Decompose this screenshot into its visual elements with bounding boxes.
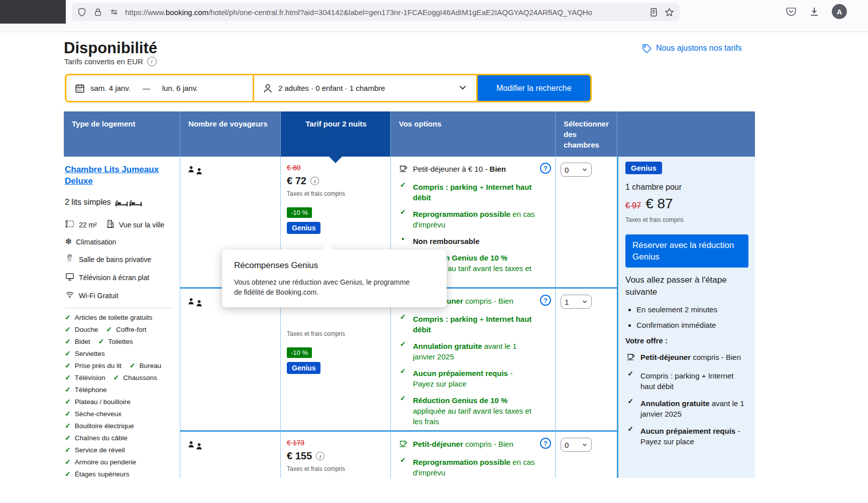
feature-item: Wi-Fi Gratuit bbox=[65, 290, 119, 301]
check-icon: ✓ bbox=[114, 374, 120, 381]
option-item: •Non remboursable bbox=[398, 236, 535, 246]
old-total-price: € 97 bbox=[625, 201, 641, 210]
option-text-part: + bbox=[477, 183, 486, 191]
option-text-part: Non remboursable bbox=[413, 237, 480, 245]
breakfast-cup-icon bbox=[398, 439, 408, 451]
option-text-part: + bbox=[477, 315, 486, 323]
option-text-part: Compris : parking bbox=[413, 183, 477, 191]
total-price: € 97 € 87 bbox=[625, 196, 747, 212]
info-icon[interactable]: i bbox=[147, 57, 157, 66]
person-icon bbox=[262, 83, 273, 94]
room-features: 22 m²Vue sur la ville❄ClimatisationSalle… bbox=[65, 219, 173, 301]
option-text-part: Aucun prépaiement requis bbox=[413, 369, 508, 378]
bookmark-star-icon[interactable] bbox=[664, 7, 675, 18]
current-price: € 155 i bbox=[287, 450, 385, 462]
check-icon: ✓ bbox=[400, 314, 406, 335]
rooms-quantity-value: 0 bbox=[565, 166, 569, 174]
check-icon: ✓ bbox=[65, 423, 71, 429]
check-icon: ✓ bbox=[65, 374, 71, 381]
options-cell: Petit-déjeuner compris - Bien✓Compris : … bbox=[390, 287, 555, 430]
check-icon: ✓ bbox=[65, 338, 71, 345]
feature-label: 22 m² bbox=[79, 221, 97, 229]
download-icon[interactable] bbox=[809, 6, 820, 17]
options-list: Petit-déjeuner compris - Bien✓Compris : … bbox=[398, 296, 535, 427]
option-text-part: Petit-déjeuner bbox=[640, 353, 691, 361]
option-text-part: Aucun prépaiement requis bbox=[640, 427, 735, 435]
check-icon: ✓ bbox=[65, 399, 71, 405]
adjust-rates-label: Nous ajustons nos tarifs bbox=[656, 44, 742, 53]
check-icon: ✓ bbox=[130, 362, 136, 369]
price-info-icon[interactable]: i bbox=[310, 177, 319, 185]
reader-mode-icon[interactable] bbox=[648, 7, 659, 18]
benefit-bullet: Confirmation immédiate bbox=[636, 321, 747, 329]
room-amenities: ✓Articles de toilette gratuits✓Douche✓Co… bbox=[65, 314, 173, 478]
room-name-link[interactable]: Chambre Lits Jumeaux Deluxe bbox=[65, 164, 173, 187]
option-text: Réduction Genius de 10 % appliquée au ta… bbox=[413, 395, 535, 427]
reserve-bullets: En seulement 2 minutesConfirmation imméd… bbox=[636, 305, 747, 329]
bullet-icon: • bbox=[402, 236, 404, 246]
price-cell: Taxes et frais compris -10 % Genius bbox=[280, 287, 390, 430]
option-item: ✓Compris : parking + Internet haut débit bbox=[398, 182, 535, 203]
amenity-item: ✓Prise près du lit bbox=[65, 362, 122, 369]
account-avatar[interactable]: A bbox=[832, 4, 847, 19]
url-fade bbox=[590, 3, 645, 21]
amenity-item: ✓Serviettes bbox=[65, 350, 105, 357]
header-price: Tarif pour 2 nuits bbox=[280, 111, 390, 157]
feature-item: 22 m² bbox=[65, 219, 97, 230]
breakfast-cup-icon bbox=[626, 352, 635, 364]
amenity-row: ✓Serviettes bbox=[65, 350, 173, 357]
divider bbox=[65, 308, 173, 308]
search-bar: sam. 4 janv. — lun. 6 janv. 2 adultes · … bbox=[65, 74, 592, 102]
option-item: ✓Compris : parking + Internet haut débit bbox=[625, 370, 747, 392]
amenity-label: Articles de toilette gratuits bbox=[75, 314, 153, 321]
help-icon[interactable]: ? bbox=[540, 438, 551, 449]
help-icon[interactable]: ? bbox=[540, 163, 551, 174]
date-range-field[interactable]: sam. 4 janv. — lun. 6 janv. bbox=[66, 75, 253, 101]
check-icon: ✓ bbox=[400, 368, 406, 389]
rooms-quantity-select[interactable]: 0 bbox=[561, 163, 592, 177]
shield-icon[interactable] bbox=[77, 7, 87, 17]
lock-icon[interactable] bbox=[93, 7, 103, 17]
bed-configuration: 2 lits simples bbox=[65, 197, 173, 208]
feature-row: Salle de bains privative bbox=[65, 254, 173, 265]
option-text-part: compris - Bien bbox=[463, 440, 513, 448]
window-controls-area bbox=[0, 0, 66, 24]
amenity-row: ✓Étages supérieurs bbox=[65, 471, 173, 478]
checkout-date: lun. 6 janv. bbox=[162, 84, 198, 92]
amenity-row: ✓Bouilloire électrique bbox=[65, 423, 173, 430]
option-text-part: Annulation gratuite bbox=[413, 342, 482, 350]
help-icon[interactable]: ? bbox=[540, 295, 551, 306]
amenity-label: Toilettes bbox=[108, 338, 133, 345]
currency-note: Tarifs convertis en EUR i bbox=[64, 57, 157, 66]
amenity-label: Étages supérieurs bbox=[75, 471, 130, 478]
rooms-quantity-select[interactable]: 0 bbox=[561, 438, 592, 452]
check-icon: ✓ bbox=[400, 457, 406, 478]
modify-search-button[interactable]: Modifier la recherche bbox=[478, 75, 590, 101]
header-select-rooms: Sélectionner des chambres bbox=[555, 111, 617, 157]
option-icon-wrap: ✓ bbox=[398, 314, 408, 335]
option-text: Aucun prépaiement requis - Payez sur pla… bbox=[640, 426, 747, 447]
amenity-label: Bidet bbox=[75, 338, 90, 345]
occupancy-field[interactable]: 2 adultes · 0 enfant · 1 chambre bbox=[254, 75, 476, 101]
feature-row: Wi-Fi Gratuit bbox=[65, 290, 173, 301]
amenity-label: Chaînes du câble bbox=[75, 435, 128, 442]
url-bar[interactable]: https://www.booking.com/hotel/ph/one-cen… bbox=[72, 3, 680, 21]
option-text: Reprogrammation possible en cas d'imprév… bbox=[413, 457, 535, 478]
pocket-icon[interactable] bbox=[786, 6, 797, 17]
check-icon: ✓ bbox=[65, 411, 71, 417]
option-icon-wrap bbox=[398, 164, 408, 176]
header-options: Vos options bbox=[390, 111, 555, 157]
rooms-quantity-select[interactable]: 1 bbox=[561, 295, 592, 309]
amenity-label: Prise près du lit bbox=[75, 362, 122, 369]
feature-label: Wi-Fi Gratuit bbox=[79, 292, 119, 300]
price-info-icon[interactable]: i bbox=[316, 452, 324, 460]
permissions-icon[interactable] bbox=[109, 7, 119, 17]
reserve-button[interactable]: Réserver avec la réduction Genius bbox=[625, 234, 748, 268]
option-icon-wrap bbox=[625, 352, 635, 364]
price-value: € 155 bbox=[287, 450, 312, 462]
option-item: ✓Aucun prépaiement requis - Payez sur pl… bbox=[625, 426, 747, 447]
feature-item: Télévision à écran plat bbox=[65, 272, 149, 283]
adjust-rates-link[interactable]: Nous ajustons nos tarifs bbox=[641, 43, 742, 53]
feature-row: Télévision à écran plat bbox=[65, 272, 173, 283]
amenity-item: ✓Étages supérieurs bbox=[65, 471, 130, 478]
